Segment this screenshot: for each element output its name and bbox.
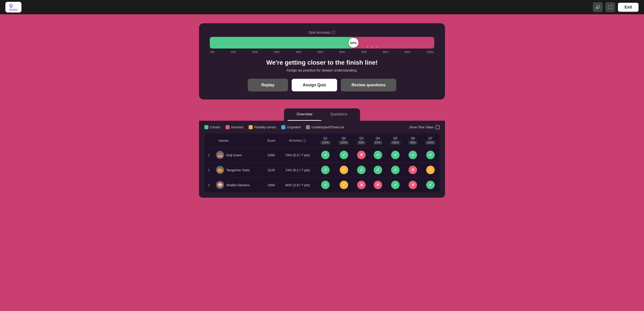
player-name-cell[interactable]: 🧅Shallot Stevens (213, 178, 264, 192)
q6-answer-cell[interactable]: ✕ (404, 162, 421, 178)
table-area: Correct Incorrect Partially correct Ungr… (199, 121, 445, 198)
q6-header: Q6 33% (404, 134, 421, 148)
ungraded-dot (281, 125, 285, 129)
q4-answer-cell[interactable]: ✓ (370, 148, 386, 162)
legend-row: Correct Incorrect Partially correct Ungr… (204, 125, 440, 129)
show-time-label: Show Time Taken (409, 126, 434, 129)
rank-cell: 1 (204, 148, 213, 162)
rank-cell: 2 (204, 162, 213, 178)
q7-header: Q7 100% (421, 134, 440, 148)
q6-answer-cell[interactable]: ✕ (404, 178, 421, 192)
incorrect-dot (226, 125, 230, 129)
scores-table: Names Score Accuracy i Q1 100% (204, 134, 440, 192)
q1-header: Q1 100% (316, 134, 335, 148)
q1-answer-cell[interactable]: ✓ (316, 178, 335, 192)
q7-answer-cell[interactable]: ✓ (421, 162, 440, 178)
volume-button[interactable]: 🔊 (593, 2, 603, 12)
avatar: 🍊 (216, 166, 224, 174)
quizizz-logo: Q Quizizz (5, 2, 22, 12)
accuracy-cell: 79% (5.5 / 7 pts) (279, 148, 316, 162)
show-time-taken-toggle[interactable]: Show Time Taken (409, 125, 440, 129)
review-questions-button[interactable]: Review questions (341, 79, 396, 92)
q5-answer-cell[interactable]: ✓ (386, 162, 405, 178)
fullscreen-icon: ⛶ (608, 5, 612, 10)
exit-button[interactable]: Exit (618, 3, 639, 12)
q5-answer-cell[interactable]: ✓ (386, 148, 405, 162)
tabs-row: Overview Questions (284, 108, 360, 121)
volume-icon: 🔊 (595, 5, 600, 10)
accuracy-marker: 64% (348, 38, 358, 48)
q5-answer-cell[interactable]: ✓ (386, 178, 405, 192)
q1-answer-cell[interactable]: ✓ (316, 162, 335, 178)
main-content: Quiz Accuracy i 64% 0% 10% 20% 30% 40% 5… (0, 14, 644, 202)
fullscreen-button[interactable]: ⛶ (605, 2, 615, 12)
q6-answer-cell[interactable]: ✓ (404, 148, 421, 162)
dot-3 (376, 46, 378, 47)
q4-answer-cell[interactable]: ✓ (370, 162, 386, 178)
player-name-cell[interactable]: 🍊Tangerine Twist (213, 162, 264, 178)
ungraded-label: Ungraded (287, 126, 301, 129)
q2-answer-cell[interactable]: ✓ (334, 148, 353, 162)
rank-header (204, 134, 213, 148)
q2-header: Q2 100% (334, 134, 353, 148)
tab-overview[interactable]: Overview (288, 108, 321, 121)
accuracy-table-info-icon[interactable]: i (302, 139, 306, 142)
score-cell: 3350 (264, 148, 279, 162)
table-row: 3🧅Shallot Stevens165040% (2.8 / 7 pts)✓✓… (204, 178, 440, 192)
correct-dot (204, 125, 208, 129)
table-header-row: Names Score Accuracy i Q1 100% (204, 134, 440, 148)
incorrect-label: Incorrect (231, 126, 243, 129)
accuracy-label: Quiz Accuracy i (210, 30, 434, 34)
q2-answer-cell[interactable]: ✓ (334, 178, 353, 192)
nav-right-actions: 🔊 ⛶ Exit (593, 2, 639, 12)
q4-answer-cell[interactable]: ✕ (370, 178, 386, 192)
score-header: Score (264, 134, 279, 148)
unattempted-dot (306, 125, 310, 129)
legend-ungraded: Ungraded (281, 125, 301, 129)
table-row: 1🦊Goji Grant335079% (5.5 / 7 pts)✓✓✕✓✓✓✓ (204, 148, 440, 162)
accuracy-info-icon[interactable]: i (332, 31, 335, 34)
accuracy-header: Accuracy i (279, 134, 316, 148)
q4-header: Q4 67% (370, 134, 386, 148)
accuracy-cell: 40% (2.8 / 7 pts) (279, 178, 316, 192)
accuracy-progress-bar: 64% (210, 37, 434, 48)
partial-label: Partially correct (254, 126, 276, 129)
accuracy-cell: 74% (5.2 / 7 pts) (279, 162, 316, 178)
top-navigation: Q Quizizz 🔊 ⛶ Exit (0, 0, 644, 14)
q3-answer-cell[interactable]: ✕ (353, 148, 370, 162)
correct-label: Correct (210, 126, 220, 129)
scale-labels: 0% 10% 20% 30% 40% 50% 60% 70% 80% 90% 1… (210, 50, 434, 54)
action-buttons: Replay Assign Quiz Review questions (210, 79, 434, 92)
avatar: 🦊 (216, 151, 224, 159)
q3-answer-cell[interactable]: ✓ (353, 162, 370, 178)
player-name-cell[interactable]: 🦊Goji Grant (213, 148, 264, 162)
legend-unattempted: Unattempted/Timed out (306, 125, 344, 129)
result-card: Quiz Accuracy i 64% 0% 10% 20% 30% 40% 5… (199, 23, 445, 100)
player-name: Tangerine Twist (226, 168, 250, 172)
logo-q-letter: Q (9, 3, 18, 8)
score-cell: 1650 (264, 178, 279, 192)
show-time-checkbox[interactable] (436, 125, 440, 129)
q1-answer-cell[interactable]: ✓ (316, 148, 335, 162)
partial-dot (249, 125, 253, 129)
q7-answer-cell[interactable]: ✓ (421, 178, 440, 192)
player-name: Goji Grant (226, 153, 242, 157)
table-row: 2🍊Tangerine Twist312574% (5.2 / 7 pts)✓✓… (204, 162, 440, 178)
result-headline: We're getting closer to the finish line! (210, 59, 434, 66)
q3-answer-cell[interactable]: ✕ (353, 178, 370, 192)
avatar: 🧅 (216, 181, 224, 189)
progress-bar-fill (210, 37, 354, 48)
tab-questions[interactable]: Questions (321, 108, 356, 121)
tabs-container: Overview Questions Correct Incorrect Par… (199, 108, 445, 198)
legend-partial: Partially correct (249, 125, 276, 129)
q5-header: Q5 100% (386, 134, 405, 148)
legend-incorrect: Incorrect (226, 125, 243, 129)
dot-2 (372, 46, 373, 47)
legend-correct: Correct (204, 125, 220, 129)
player-name: Shallot Stevens (226, 183, 250, 187)
q7-answer-cell[interactable]: ✓ (421, 148, 440, 162)
replay-button[interactable]: Replay (248, 79, 288, 92)
score-cell: 3125 (264, 162, 279, 178)
assign-quiz-button[interactable]: Assign Quiz (292, 79, 337, 92)
q2-answer-cell[interactable]: ✓ (334, 162, 353, 178)
